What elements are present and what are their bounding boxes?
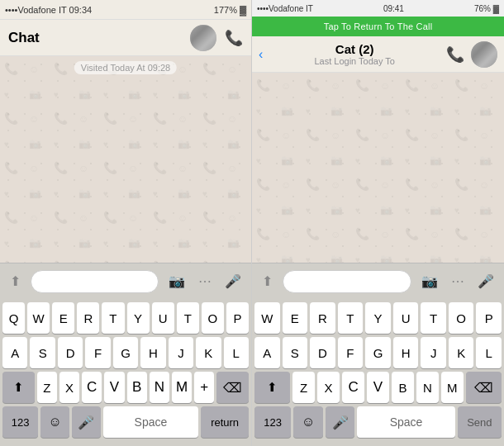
key-B[interactable]: B: [127, 372, 147, 403]
key-mic-left[interactable]: 🎤: [72, 406, 101, 438]
key-plus[interactable]: +: [194, 372, 214, 403]
contact-status: Last Login Today To: [314, 56, 394, 66]
key-K2[interactable]: K: [449, 337, 474, 368]
key-M2[interactable]: M: [441, 372, 464, 403]
key-Z[interactable]: Z: [37, 372, 57, 403]
key-P[interactable]: P: [226, 302, 249, 334]
key-Q[interactable]: Q: [2, 302, 25, 334]
key-space-left[interactable]: Space: [103, 406, 199, 438]
key-M[interactable]: M: [172, 372, 192, 403]
key-U2[interactable]: U: [393, 302, 419, 334]
status-bar-left: ••••Vodafone IT 09:34 177% ▓: [0, 0, 251, 20]
keyboard-row1-right: W E R T Y U T O P: [252, 299, 504, 334]
upload-icon-left[interactable]: ⬆: [7, 270, 24, 292]
key-emoji-left[interactable]: ☺: [40, 406, 69, 438]
key-P2[interactable]: P: [476, 302, 502, 334]
key-G[interactable]: G: [113, 337, 138, 368]
key-mic-right[interactable]: 🎤: [326, 406, 355, 438]
key-S[interactable]: S: [30, 337, 55, 368]
key-L[interactable]: L: [224, 337, 249, 368]
mic-icon-right[interactable]: 🎤: [474, 270, 497, 292]
key-O2[interactable]: O: [449, 302, 474, 334]
key-T2[interactable]: T: [177, 302, 199, 334]
keyboard-row3-right: ⬆ Z X C V B N M ⌫: [252, 368, 504, 403]
key-W[interactable]: W: [27, 302, 50, 334]
key-123-left[interactable]: 123: [2, 406, 38, 438]
key-J2[interactable]: J: [421, 337, 446, 368]
key-B2[interactable]: B: [392, 372, 414, 403]
key-C[interactable]: C: [82, 372, 102, 403]
key-C2[interactable]: C: [342, 372, 364, 403]
phone-icon-right[interactable]: 📞: [446, 45, 464, 64]
mic-icon-left[interactable]: 🎤: [221, 270, 245, 292]
key-123-right[interactable]: 123: [254, 406, 291, 438]
key-X[interactable]: X: [59, 372, 79, 403]
key-H2[interactable]: H: [393, 337, 419, 368]
message-input-left[interactable]: [31, 270, 159, 293]
visited-label: Visited Today At 09:28: [74, 61, 177, 74]
keyboard-row1-left: Q W E R T Y U T O P: [0, 299, 251, 334]
key-space-right[interactable]: Space: [357, 406, 454, 438]
key-send-right[interactable]: Send: [458, 406, 502, 438]
key-A[interactable]: A: [2, 337, 27, 368]
contact-info: Cat (2) Last Login Today To: [269, 42, 440, 66]
key-T4[interactable]: T: [421, 302, 446, 334]
key-J[interactable]: J: [169, 337, 193, 368]
keyboard-bottom-left: 123 ☺ 🎤 Space return: [0, 403, 251, 443]
key-E2[interactable]: E: [283, 302, 308, 334]
chat-header-left: Chat 📞: [0, 20, 251, 56]
key-U[interactable]: U: [152, 302, 174, 334]
phone-right: ••••Vodafone IT 09:41 76% ▓ Tap To Retur…: [252, 0, 504, 446]
key-Z2[interactable]: Z: [292, 372, 315, 403]
key-L2[interactable]: L: [476, 337, 502, 368]
key-N2[interactable]: N: [416, 372, 439, 403]
camera-icon-right[interactable]: 📷: [418, 270, 441, 292]
key-F2[interactable]: F: [338, 337, 364, 368]
phone-icon-left[interactable]: 📞: [225, 29, 243, 47]
key-T[interactable]: T: [102, 302, 124, 334]
toolbar-right: ⬆ 📷 ⋯ 🎤: [252, 263, 504, 299]
key-S2[interactable]: S: [283, 337, 308, 368]
key-T3[interactable]: T: [338, 302, 364, 334]
avatar-left: [190, 25, 216, 51]
key-shift-left[interactable]: ⬆: [2, 372, 35, 403]
chat-title: Chat: [8, 30, 40, 46]
back-button[interactable]: ‹: [259, 47, 263, 62]
key-A2[interactable]: A: [254, 337, 280, 368]
phone-left: ••••Vodafone IT 09:34 177% ▓ Chat 📞 📞 📷: [0, 0, 252, 446]
key-V[interactable]: V: [104, 372, 124, 403]
key-N[interactable]: N: [150, 372, 169, 403]
key-delete-right[interactable]: ⌫: [466, 372, 502, 403]
key-G2[interactable]: G: [365, 337, 391, 368]
key-W2[interactable]: W: [254, 302, 280, 334]
chat-area-right: 📞 📷 ♥ ☺: [252, 73, 504, 263]
key-O[interactable]: O: [202, 302, 224, 334]
ellipsis-right[interactable]: ⋯: [448, 270, 468, 292]
key-F[interactable]: F: [85, 337, 110, 368]
key-delete-left[interactable]: ⌫: [216, 372, 249, 403]
key-X2[interactable]: X: [317, 372, 340, 403]
key-R2[interactable]: R: [310, 302, 335, 334]
keyboard-row2-right: A S D F G H J K L: [252, 334, 504, 368]
ellipsis-left[interactable]: ⋯: [195, 270, 215, 292]
key-E[interactable]: E: [52, 302, 74, 334]
message-input-right[interactable]: [283, 270, 411, 293]
key-emoji-right[interactable]: ☺: [293, 406, 323, 438]
key-D2[interactable]: D: [310, 337, 335, 368]
key-Y[interactable]: Y: [127, 302, 150, 334]
key-R[interactable]: R: [77, 302, 99, 334]
upload-icon-right[interactable]: ⬆: [259, 270, 276, 292]
notif-bar[interactable]: Tap To Return To The Call: [252, 17, 504, 36]
signal-left: 177% ▓: [214, 5, 246, 15]
carrier-left: ••••Vodafone IT 09:34: [5, 5, 92, 15]
key-Y2[interactable]: Y: [365, 302, 391, 334]
camera-icon-left[interactable]: 📷: [165, 270, 188, 292]
key-H[interactable]: H: [140, 337, 165, 368]
key-V2[interactable]: V: [367, 372, 389, 403]
key-shift-right[interactable]: ⬆: [254, 372, 290, 403]
key-D[interactable]: D: [58, 337, 83, 368]
toolbar-left: ⬆ 📷 ⋯ 🎤: [0, 263, 251, 299]
keyboard-row2-left: A S D F G H J K L: [0, 334, 251, 368]
key-K[interactable]: K: [196, 337, 221, 368]
key-return-left[interactable]: return: [201, 406, 249, 438]
